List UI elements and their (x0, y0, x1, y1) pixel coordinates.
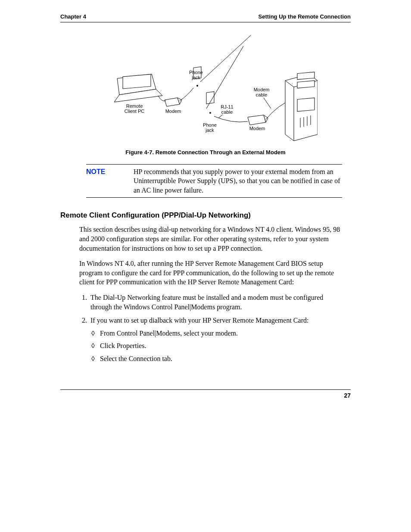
label-rj11-1: RJ-11 (221, 104, 233, 109)
step-2c: Select the Connection tab. (100, 354, 342, 364)
figure-caption: Figure 4-7. Remote Connection Through an… (93, 149, 318, 156)
figure-diagram: Remote Client PC Modem Phone jack Phone … (93, 31, 318, 143)
modem-cable-pointer (264, 98, 271, 109)
laptop-icon (114, 74, 162, 102)
page-number: 27 (344, 392, 351, 399)
note-label: NOTE (86, 167, 134, 195)
rj11-pointer (218, 115, 223, 118)
svg-rect-8 (297, 72, 314, 79)
page-header: Chapter 4 Setting Up the Remote Connecti… (60, 13, 351, 22)
label-phone-jack-bottom-2: jack (205, 128, 214, 133)
page-footer: 27 (60, 389, 351, 400)
svg-point-2 (196, 85, 198, 87)
modem-left-icon (165, 98, 182, 106)
phone-line-bottom (206, 46, 243, 109)
step-2a: From Control Panel|Modems, select your m… (100, 329, 342, 338)
label-modem-left: Modem (165, 109, 181, 114)
paragraph-2: In Windows NT 4.0, after running the HP … (79, 259, 342, 287)
steps-list: The Dial-Up Networking feature must be i… (79, 293, 342, 364)
phone-jack-bottom-icon (206, 91, 214, 113)
step-1: The Dial-Up Networking feature must be i… (89, 293, 342, 311)
label-modem-cable-1: Modem (254, 87, 270, 92)
svg-point-4 (209, 112, 211, 114)
label-phone-jack-bottom-1: Phone (203, 122, 217, 128)
label-phone-jack-top-1: Phone (189, 70, 203, 75)
label-rj11-2: cable (221, 109, 233, 115)
cable-2 (180, 88, 193, 101)
cable-3 (214, 116, 248, 122)
paragraph-1: This section describes using dial-up net… (79, 225, 342, 253)
svg-rect-0 (123, 74, 151, 89)
note-block: NOTE HP recommends that you supply power… (86, 164, 342, 198)
label-phone-jack-top-2: jack (191, 75, 200, 80)
step-2: If you want to set up dialback with your… (89, 316, 342, 363)
svg-rect-9 (297, 81, 314, 88)
phone-line-top (200, 35, 251, 82)
header-left: Chapter 4 (60, 13, 86, 21)
header-right: Setting Up the Remote Connection (258, 13, 351, 21)
label-remote-client-1: Remote (126, 103, 143, 109)
modem-right-icon (248, 115, 268, 125)
step-2b: Click Properties. (100, 341, 342, 351)
label-remote-client-2: Client PC (125, 109, 145, 114)
note-text: HP recommends that you supply power to y… (134, 167, 342, 195)
label-modem-right: Modem (249, 126, 265, 131)
section-heading: Remote Client Configuration (PPP/Dial-Up… (60, 211, 351, 221)
svg-rect-10 (297, 98, 314, 111)
step-2-sublist: From Control Panel|Modems, select your m… (90, 329, 342, 364)
figure-4-7: Remote Client PC Modem Phone jack Phone … (93, 31, 318, 156)
label-modem-cable-2: cable (256, 92, 267, 97)
server-icon (285, 72, 318, 141)
step-2-text: If you want to set up dialback with your… (90, 317, 308, 324)
